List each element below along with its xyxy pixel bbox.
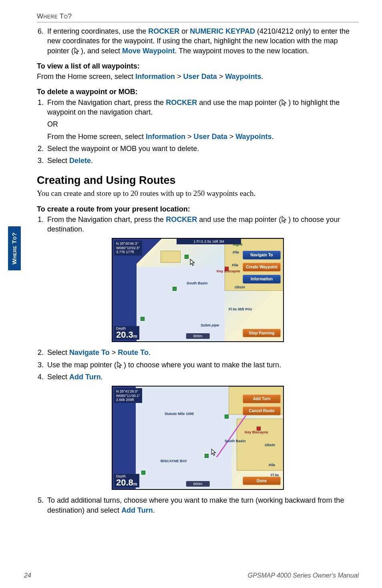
- routes-intro: You can create and store up to 20 routes…: [37, 188, 359, 199]
- delete-step-1b: From the Home screen, select Information…: [47, 132, 359, 141]
- routes-heading: Creating and Using Routes: [37, 173, 359, 187]
- route-step-1: 1. From the Navigation chart, press the …: [37, 215, 359, 234]
- move-waypoint-term: Move Waypoint: [122, 47, 175, 55]
- map-pointer-icon: [117, 361, 124, 369]
- page-number: 24: [24, 571, 31, 580]
- map-pointer-icon: [281, 216, 288, 223]
- delete-step-3: 3. Select Delete.: [37, 156, 359, 165]
- chart-screenshot-2: BISCAYNE BAY Statute Mile 1095 South Bas…: [112, 386, 284, 490]
- delete-or: OR: [47, 119, 359, 129]
- delete-step-1: 1. From the Navigation chart, press the …: [37, 98, 359, 117]
- manual-title: GPSMAP 4000 Series Owner's Manual: [248, 571, 359, 580]
- numeric-keypad-term: NUMERIC KEYPAD: [190, 27, 255, 35]
- done-button[interactable]: Done: [243, 477, 281, 485]
- page-header: Where To?: [37, 11, 359, 22]
- depth-box: Depth 20.8m: [114, 474, 139, 487]
- view-list-heading: To view a list of all waypoints:: [37, 61, 359, 71]
- route-step-3: 3. Use the map pointer () to choose wher…: [37, 360, 359, 370]
- route-step-5: 5. To add additional turns, choose where…: [37, 495, 359, 515]
- scale-label: 800m: [186, 333, 210, 339]
- rocker-term: ROCKER: [148, 27, 179, 35]
- map-pointer-icon: [211, 449, 218, 456]
- map-pointer-icon: [189, 259, 197, 266]
- map-pointer-icon: [74, 47, 81, 54]
- header-section-title: Where To?: [37, 12, 72, 20]
- stop-panning-button[interactable]: Stop Panning: [243, 329, 281, 338]
- depth-box: Depth 20.3m: [114, 326, 139, 340]
- page-footer: 24 GPSMAP 4000 Series Owner's Manual: [24, 571, 359, 580]
- route-step-2: 2. Select Navigate To > Route To.: [37, 348, 359, 357]
- page-content: Where To? 6. If entering coordinates, us…: [0, 0, 382, 526]
- step-6: 6. If entering coordinates, use the ROCK…: [37, 26, 359, 56]
- create-waypoint-button[interactable]: Create Waypoint: [243, 263, 281, 272]
- map-pointer-icon: [281, 99, 288, 106]
- delete-heading: To delete a waypoint or MOB:: [37, 87, 359, 97]
- delete-step-2: 2. Select the waypoint or MOB you want t…: [37, 144, 359, 153]
- create-route-heading: To create a route from your present loca…: [37, 204, 359, 214]
- scale-label: 800m: [186, 481, 210, 487]
- cancel-route-button[interactable]: Cancel Route: [243, 407, 281, 415]
- coord-box: N 25°40'46.3" W080°10'02.5" 3.77k 177ft: [114, 240, 142, 255]
- view-list-body: From the Home screen, select Information…: [37, 72, 359, 81]
- coord-box: N 25°41'28.0" W080°11'00.1" 2.66k 209ft: [114, 388, 142, 403]
- route-step-4: 4. Select Add Turn.: [37, 372, 359, 382]
- chart-screenshot-1: Signs Pile Pile Key Biscayne South Basin…: [112, 238, 284, 342]
- add-turn-button[interactable]: Add Turn: [243, 395, 281, 403]
- information-button[interactable]: Information: [243, 275, 281, 284]
- navigate-to-button[interactable]: Navigate To: [243, 251, 281, 260]
